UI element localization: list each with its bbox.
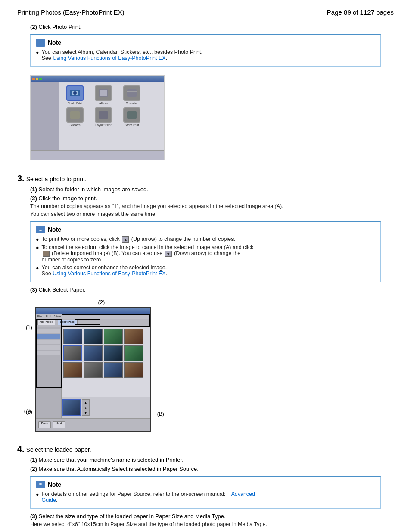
step2-section: (2) Click Photo Print. Note ● You can se… (17, 24, 394, 166)
note2-link[interactable]: Using Various Functions of Easy-PhotoPri… (53, 271, 165, 277)
ss2-back-btn[interactable]: Back (38, 421, 51, 428)
ss1-icon-label-photo: Photo Print (68, 102, 83, 105)
callout-1: (1) (26, 324, 32, 330)
step4-sub3: (3) Select the size and type of the load… (30, 513, 394, 520)
ss2-photo8 (124, 345, 143, 361)
ss1-controls (32, 78, 42, 80)
note3-bullet1: ● (36, 492, 39, 498)
ss2-photo1 (63, 329, 82, 344)
ss2-add-photos-btn[interactable]: Add Photos (37, 320, 55, 325)
ss1-icon-img-album (95, 85, 112, 101)
svg-rect-5 (127, 89, 137, 97)
note3-icon (36, 481, 45, 488)
note3-box: Note ● For details on other settings for… (30, 476, 381, 509)
ss2-photo3 (104, 329, 123, 344)
up-arrow-icon: ▲ (122, 236, 129, 243)
note2-title: Note (48, 226, 61, 233)
step4-sub2-text: Make sure that Automatically Select is s… (39, 466, 199, 472)
note2-text1: To print two or more copies, click ▲ (Up… (42, 236, 235, 243)
ss2-toolbar: Add Photos Select Paper (36, 319, 150, 327)
step4-label: Select the loaded paper. (26, 446, 91, 453)
step4-sub3-num: (3) (30, 513, 37, 520)
ss1-icon-stickers: Stickers (62, 107, 88, 127)
note2-bullet1: ● (36, 236, 39, 243)
ss2-sidebar-item2 (37, 334, 60, 339)
ss1-icon-label-stickers: Stickers (70, 124, 81, 127)
step4-sub3-detail: Here we select 4"x6" 10x15cm in Paper Si… (30, 521, 394, 527)
note3-item1: ● For details on other settings for Pape… (36, 491, 375, 503)
note3-header: Note (36, 481, 375, 488)
step3-sub2: (2) Click the image to print. (30, 195, 394, 202)
note2-bullet2: ● (36, 245, 39, 251)
page-title: Printing Photos (Easy-PhotoPrint EX) (17, 9, 124, 16)
step2-label: (2) Click Photo Print. (30, 24, 394, 30)
ss2-photo4 (124, 329, 143, 344)
ss2-footer: Back Next (36, 418, 150, 431)
note2-icon (36, 226, 45, 233)
step3-sub3-text: Click Select Paper. (39, 286, 86, 293)
step3-number: 3. (17, 174, 25, 184)
ss1-icon-label-layout: Layout Print (95, 124, 111, 127)
note1-link[interactable]: Using Various Functions of Easy-PhotoPri… (53, 55, 165, 61)
ss1-icon-img-story (123, 107, 140, 123)
step3-sub2-num: (2) (30, 195, 37, 202)
ss1-min (36, 78, 38, 80)
ss2-content: ▲ 1 ▼ (62, 327, 150, 418)
ss1-icon-layout: Layout Print (90, 107, 116, 127)
page-number: Page 89 of 1127 pages (327, 9, 394, 16)
ss1-icon-story: Story Print (119, 107, 145, 127)
note1-title: Note (48, 39, 61, 46)
ss2-photo11 (104, 362, 123, 378)
step4-section: 4. Select the loaded paper. (1) Make sur… (17, 444, 394, 527)
ss1-footer (31, 150, 164, 160)
ss1-main: Photo Print Album Calendar (59, 82, 164, 150)
ss2-photo10 (84, 362, 103, 378)
step3-sub3-num: (3) (30, 286, 37, 293)
ss2-photo5 (63, 345, 82, 361)
svg-rect-7 (70, 111, 80, 119)
step4-sub2-num: (2) (30, 466, 37, 472)
ss2-photo-grid (62, 327, 150, 380)
callout-b: (B) (157, 411, 164, 417)
ss1-icon-label-album: Album (99, 102, 108, 105)
svg-rect-9 (127, 111, 137, 119)
step2-text: Click Photo Print. (39, 24, 82, 30)
note1-icon (36, 39, 45, 47)
ss2-main: File Edit View Add Photos Select Paper (35, 307, 151, 432)
step3-section: 3. Select a photo to print. (1) Select t… (17, 174, 394, 436)
step3-sub1-text: Select the folder in which images are sa… (39, 186, 148, 193)
ss2-sidebar-item1 (37, 329, 60, 333)
ss1-icon-album: Album (90, 85, 116, 105)
page-header: Printing Photos (Easy-PhotoPrint EX) Pag… (17, 9, 394, 16)
ss2-next-btn[interactable]: Next (53, 421, 65, 428)
ss1-icon-img-calendar (123, 85, 140, 101)
svg-point-2 (73, 91, 77, 95)
svg-rect-8 (99, 111, 108, 119)
step3-sub1-num: (1) (30, 186, 37, 193)
step3-sub2-detail1: The number of copies appears as "1", and… (30, 203, 394, 209)
step2-number: (2) (30, 24, 37, 30)
ss1-inner: Photo Print Album Calendar (31, 76, 164, 160)
note3-text1: For details on other settings for Paper … (42, 491, 255, 503)
advanced-guide-link[interactable]: AdvancedGuide (42, 491, 255, 503)
ss2-photo2 (84, 329, 103, 344)
ss2-photo12 (124, 362, 143, 378)
ss2-selected-area: ▲ 1 ▼ (62, 397, 150, 418)
step3-sub2-detail2: You can select two or more images at the… (30, 211, 394, 217)
step3-sub2-text: Click the image to print. (39, 195, 97, 202)
screenshot1: Photo Print Album Calendar (30, 75, 165, 160)
step4-sub2: (2) Make sure that Automatically Select … (30, 466, 394, 472)
note1-item1: ● You can select Album, Calendar, Sticke… (36, 49, 375, 61)
ss2-photo6 (84, 345, 103, 361)
step4-sub3-text: Select the size and type of the loaded p… (39, 513, 226, 520)
note2-text2: To cancel the selection, click the image… (42, 244, 254, 263)
ss2-sidebar (36, 327, 62, 418)
note1-box: Note ● You can select Album, Calendar, S… (30, 34, 381, 67)
ss1-sidebar (31, 82, 59, 150)
note2-bullet3: ● (36, 265, 39, 271)
ss2-titlebar (36, 308, 150, 314)
step4-sub1-num: (1) (30, 457, 37, 463)
ss2-select-paper-btn[interactable]: Select Paper (58, 320, 78, 325)
step3-sub3: (3) Click Select Paper. (30, 286, 394, 293)
note2-item2: ● To cancel the selection, click the ima… (36, 244, 375, 263)
